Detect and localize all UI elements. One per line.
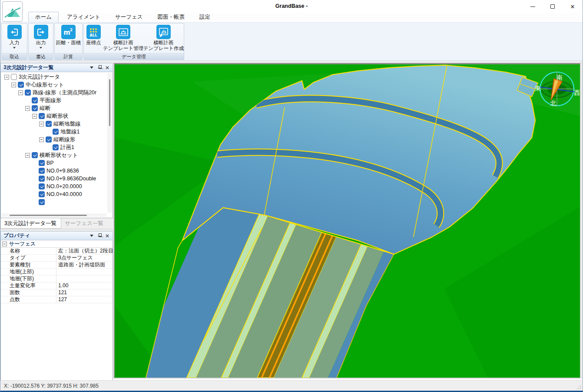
properties-menu-button[interactable] — [88, 233, 95, 239]
pin-icon — [98, 65, 102, 70]
coordinate-points-icon: ALL — [86, 25, 101, 39]
tree-item[interactable]: 計画1 — [2, 143, 106, 151]
scrollbar-thumb[interactable] — [109, 79, 110, 126]
group-label-import: 取込 — [2, 53, 27, 60]
pin-icon — [98, 233, 102, 238]
tree-vertical-scrollbar[interactable] — [107, 73, 112, 213]
tree-item-partial[interactable] — [2, 198, 106, 206]
export-icon — [34, 25, 48, 39]
checkbox-checked-icon[interactable] — [39, 176, 45, 182]
expander-icon[interactable] — [25, 153, 30, 158]
scrollbar-thumb[interactable] — [10, 215, 87, 216]
properties-panel-header: プロパティ ✕ — [0, 231, 113, 240]
expander-icon[interactable] — [11, 83, 16, 87]
close-icon: ✕ — [105, 233, 109, 239]
tree-item[interactable]: NO.0+9.8636Double — [2, 175, 106, 183]
checkbox-checked-icon[interactable] — [39, 160, 45, 166]
status-bar: X: -190012.576 Y: 39737.915 H: 307.985 — [0, 380, 583, 391]
checkbox-checked-icon[interactable] — [32, 105, 38, 111]
tab-surface-list[interactable]: サーフェス一覧 — [61, 218, 108, 229]
expander-icon[interactable] — [18, 90, 23, 95]
checkbox-checked-icon[interactable] — [53, 144, 59, 150]
ribbon: 入力 取込 出力 書込 m2 距離・面積 計算 — [0, 23, 583, 61]
tree-item[interactable]: 縦断線形 — [2, 136, 106, 143]
tree-item[interactable]: 3次元設計データ — [2, 73, 106, 81]
checkbox-checked-icon[interactable] — [39, 183, 45, 189]
maximize-button[interactable] — [543, 0, 563, 13]
tree-panel-close-button[interactable]: ✕ — [104, 64, 111, 71]
tree-item[interactable]: 縦断 — [2, 104, 106, 112]
group-label-data: データ管理 — [84, 53, 184, 60]
export-dropdown-caret[interactable] — [40, 47, 42, 49]
tab-settings[interactable]: 設定 — [193, 12, 217, 22]
checkbox-checked-icon[interactable] — [39, 168, 45, 174]
tree-item[interactable]: NO.0+40.0000 — [2, 190, 106, 198]
expander-icon[interactable] — [4, 75, 9, 80]
checkbox-checked-icon[interactable] — [18, 82, 24, 88]
checkbox-checked-icon[interactable] — [39, 113, 45, 119]
ribbon-group-import: 入力 取込 — [1, 23, 27, 60]
tree-item[interactable]: BP — [2, 159, 106, 167]
checkbox-checked-icon[interactable] — [53, 129, 59, 135]
window-title: GrandBase - — [0, 3, 583, 9]
mountain-logo-icon — [4, 3, 21, 20]
properties-panel-title: プロパティ — [3, 232, 87, 239]
property-row: 名称左：法面（切土）2段目 — [1, 248, 113, 255]
checkbox-checked-icon[interactable] — [25, 90, 31, 96]
coordinate-readout: X: -190012.576 Y: 39737.915 H: 307.985 — [4, 383, 99, 389]
tab-drawing-report[interactable]: 図面・帳票 — [151, 12, 192, 22]
checkbox-checked-icon[interactable] — [46, 136, 52, 143]
tree-panel-title: 3次元設計データ一覧 — [3, 64, 87, 71]
properties-pin-button[interactable] — [96, 233, 103, 239]
properties-grid: サーフェス 名称左：法面（切土）2段目 タイプ3点サーフェス 要素種別道路面・計… — [0, 240, 113, 392]
tree-item[interactable]: NO.0+20.0000 — [2, 183, 106, 190]
app-logo[interactable] — [2, 1, 23, 22]
minimize-button[interactable] — [523, 0, 543, 13]
expander-icon[interactable] — [25, 106, 30, 111]
property-group-row[interactable]: サーフェス — [1, 240, 113, 248]
expander-icon[interactable] — [2, 242, 7, 246]
property-row: タイプ3点サーフェス — [1, 255, 113, 262]
tree-item[interactable]: 縦断形状 — [2, 112, 106, 120]
tab-design-data-list[interactable]: 3次元設計データ一覧 — [0, 218, 61, 229]
property-row: 地層(下部) — [1, 276, 113, 282]
tree-item[interactable]: 路線-線形（主測点間隔20r — [2, 89, 106, 96]
checkbox-checked-icon[interactable] — [32, 97, 38, 103]
checkbox-checked-icon[interactable] — [46, 121, 52, 127]
title-bar: GrandBase - ✕ — [0, 0, 583, 13]
properties-close-button[interactable]: ✕ — [104, 233, 111, 239]
expander-icon[interactable] — [32, 114, 37, 119]
tab-alignment[interactable]: アライメント — [60, 12, 107, 22]
compass-label-east: 東 — [535, 85, 541, 92]
svg-text:m: m — [63, 29, 70, 37]
ribbon-group-calc: m2 距離・面積 計算 — [54, 23, 83, 60]
expander-icon[interactable] — [39, 122, 44, 126]
cross-template-create-icon — [156, 25, 171, 39]
property-row: 地層(上部) — [1, 269, 113, 276]
expander-icon[interactable] — [39, 137, 44, 142]
checkbox-checked-icon[interactable] — [39, 199, 45, 205]
area-measure-icon: m2 — [61, 25, 76, 39]
tree-item[interactable]: 平面線形 — [2, 96, 106, 104]
import-dropdown-caret[interactable] — [13, 47, 16, 49]
tree-panel-menu-button[interactable] — [88, 64, 95, 71]
tree-item[interactable]: 地盤線1 — [2, 128, 106, 136]
close-icon: ✕ — [105, 65, 109, 70]
tree-item[interactable]: 中心線形セット — [2, 81, 106, 89]
resize-grip-icon[interactable] — [576, 384, 581, 389]
tree-item[interactable]: 縦断地盤線 — [2, 120, 106, 128]
tree-item[interactable]: NO.0+9.8636 — [2, 167, 106, 175]
left-panel-tabs: 3次元設計データ一覧 サーフェス一覧 — [0, 218, 113, 229]
tree-item[interactable]: 横断形状セット — [2, 151, 106, 159]
viewport-3d[interactable]: 南 北 東 西 — [114, 63, 580, 378]
tab-surface[interactable]: サーフェス — [109, 12, 149, 22]
tree-panel-pin-button[interactable] — [96, 64, 103, 71]
ribbon-group-data: ALL 座標点 横断計画テンプレート管理 横断計画テンプレート作成 データ管理 — [83, 23, 184, 60]
tab-home[interactable]: ホーム — [28, 12, 59, 22]
checkbox-checked-icon[interactable] — [32, 152, 38, 158]
tree-horizontal-scrollbar[interactable] — [2, 213, 106, 217]
checkbox-checked-icon[interactable] — [39, 191, 45, 197]
close-icon: ✕ — [570, 4, 575, 10]
close-button[interactable]: ✕ — [563, 0, 583, 13]
checkbox-unchecked-icon[interactable] — [11, 74, 17, 80]
